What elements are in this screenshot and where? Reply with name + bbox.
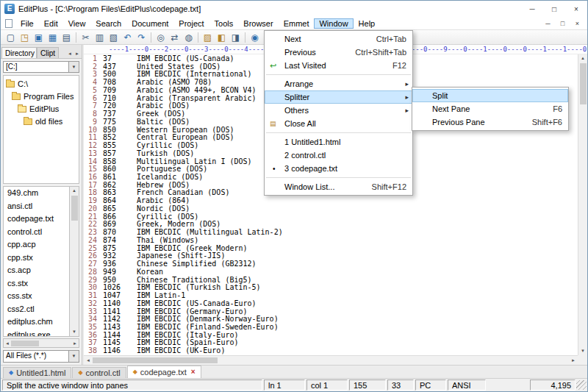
scroll-down-icon[interactable]: ▼ [581,347,585,355]
file-item[interactable]: control.ctl [4,226,69,239]
browser-icon[interactable]: ◉ [248,31,262,43]
tab-scroll-left-icon[interactable]: ◄ [66,51,74,58]
scrollbar-thumb[interactable] [580,63,587,104]
find-icon[interactable]: ◎ [154,31,168,43]
menu-emmet[interactable]: Emmet [279,18,315,29]
file-item[interactable]: cpp.acp [4,238,69,252]
minimize-icon[interactable]: ─ [521,1,543,17]
maximize-icon[interactable]: □ [543,1,565,17]
menu-project[interactable]: Project [173,18,209,29]
file-filter-selector[interactable]: All Files (*.*) ▼ [3,350,79,363]
paste-icon[interactable]: ▧ [107,31,121,43]
child-document-icon[interactable] [5,19,12,28]
menu-document[interactable]: Document [126,18,173,29]
scroll-up-icon[interactable]: ▲ [581,54,585,63]
scroll-right-icon[interactable]: ► [71,341,79,346]
editor-line[interactable]: 32 1140 IBM EBCDIC (US-Canada-Euro) [84,300,587,308]
menu-item-previous-pane[interactable]: Previous Pane Shift+F6 [412,115,568,129]
file-item[interactable]: editplus.exe [4,329,69,338]
filter-dropdown-icon[interactable]: ▼ [69,350,79,363]
tab-cliptext[interactable]: Clipt [37,47,59,58]
editor-horizontal-scrollbar[interactable]: ◄ ► [84,355,578,365]
menu-browser[interactable]: Browser [238,18,278,29]
menu-item-next-pane[interactable]: Next Pane F6 [412,102,568,115]
file-item[interactable]: 949.chm [4,187,69,200]
scroll-down-icon[interactable]: ▼ [72,328,76,336]
save-all-icon[interactable]: ▦ [46,31,60,43]
tree-item-editplus[interactable]: EditPlus [4,102,79,115]
menu-edit[interactable]: Edit [39,18,63,29]
drive-selector[interactable]: [C:] ▼ [3,61,79,73]
scroll-up-icon[interactable]: ▲ [72,187,76,195]
close-icon[interactable]: × [565,1,587,17]
file-item[interactable]: cs.stx [4,277,69,291]
editor-line[interactable]: 24 874 Thai (Windows) [84,237,587,245]
menu-search[interactable]: Search [90,18,126,29]
scroll-left-icon[interactable]: ◄ [84,358,93,363]
doc-tab-untitled1[interactable]: ◆ Untitled1.html [3,367,71,378]
status-spacer [486,379,528,391]
copy-icon[interactable]: ▥ [93,31,107,43]
redo-icon[interactable]: ↷ [135,31,148,43]
resize-grip[interactable] [576,380,587,390]
menu-item-close-all[interactable]: ▤ Close All [265,117,412,130]
menu-item-previous[interactable]: Previous Ctrl+Shift+Tab [265,46,412,59]
scroll-right-icon[interactable]: ► [569,358,578,363]
child-restore-icon[interactable]: □ [556,20,569,27]
menu-item-last-visited[interactable]: ↩ Last Visited F12 [265,59,412,72]
doc-tab-codepage[interactable]: ◆ codepage.txt × [127,366,201,378]
tree-item-c-drive[interactable]: C:\ [4,77,79,90]
file-item[interactable]: ansi.ctl [4,200,69,213]
find-in-files-icon[interactable]: ◍ [182,31,196,43]
file-item[interactable]: css2.ctl [4,303,69,316]
cut-icon[interactable]: ✂ [79,31,93,43]
cliptext-window-icon[interactable]: ▨ [201,31,215,43]
file-item[interactable]: cs.acp [4,264,69,277]
menu-item-arrange[interactable]: Arrange ▸ [265,77,412,90]
undo-icon[interactable]: ↶ [121,31,135,43]
file-item[interactable]: cpp.stx [4,252,69,265]
file-item[interactable]: editplus.chm [4,316,69,329]
scrollbar-thumb[interactable] [11,341,39,346]
menu-view[interactable]: View [63,18,91,29]
menu-item-doc-2[interactable]: 2 control.ctl [265,149,412,162]
scroll-left-icon[interactable]: ◄ [4,341,11,346]
menu-help[interactable]: Help [354,18,381,29]
directory-window-icon[interactable]: ◧ [215,31,229,43]
file-item[interactable]: css.stx [4,290,69,303]
editor-line[interactable]: 28 949 Korean [84,268,587,277]
menu-file[interactable]: File [15,18,39,29]
doc-tab-control[interactable]: ◆ control.ctl [72,367,126,378]
child-close-icon[interactable]: × [571,20,584,27]
new-file-icon[interactable]: ▢ [4,31,18,43]
codepage-number: 949 [103,268,137,277]
output-window-icon[interactable]: ◨ [229,31,243,43]
editor-vertical-scrollbar[interactable]: ▲ ▼ [578,54,587,355]
save-icon[interactable]: ▣ [32,31,46,43]
print-icon[interactable]: ▤ [60,31,74,43]
menu-item-split[interactable]: Split [412,89,568,102]
tab-scroll-right-icon[interactable]: ► [74,51,81,58]
tree-item-program-files[interactable]: Program Files [4,90,79,102]
menu-item-doc-3[interactable]: • 3 codepage.txt [265,162,412,175]
tab-directory[interactable]: Directory [1,47,37,58]
menu-item-splitter[interactable]: Splitter ▸ [265,90,412,104]
menu-tools[interactable]: Tools [209,18,239,29]
child-minimize-icon[interactable]: ─ [542,20,554,27]
scrollbar-thumb[interactable] [93,357,218,363]
menu-item-others[interactable]: Others ▸ [265,104,412,117]
sidebar-horizontal-scrollbar[interactable]: ◄ ► [3,338,79,348]
replace-icon[interactable]: ⇄ [168,31,182,43]
editor-line[interactable]: 38 1146 IBM EBCDIC (UK-Euro) [84,347,587,355]
menu-item-window-list[interactable]: Window List... Shift+F12 [265,180,412,193]
file-item[interactable]: codepage.txt [4,213,69,226]
drive-dropdown-icon[interactable]: ▼ [69,61,79,73]
menu-item-doc-1[interactable]: 1 Untitled1.html [265,135,412,149]
menu-window[interactable]: Window [314,18,353,29]
menu-item-next[interactable]: Next Ctrl+Tab [265,32,412,46]
scrollbar-thumb[interactable] [71,196,78,221]
tab-close-icon[interactable]: × [191,368,196,376]
open-file-icon[interactable]: ◳ [18,31,32,43]
sidebar-vertical-scrollbar[interactable]: ▲ ▼ [70,186,79,337]
tree-item-old-files[interactable]: old files [4,115,79,127]
